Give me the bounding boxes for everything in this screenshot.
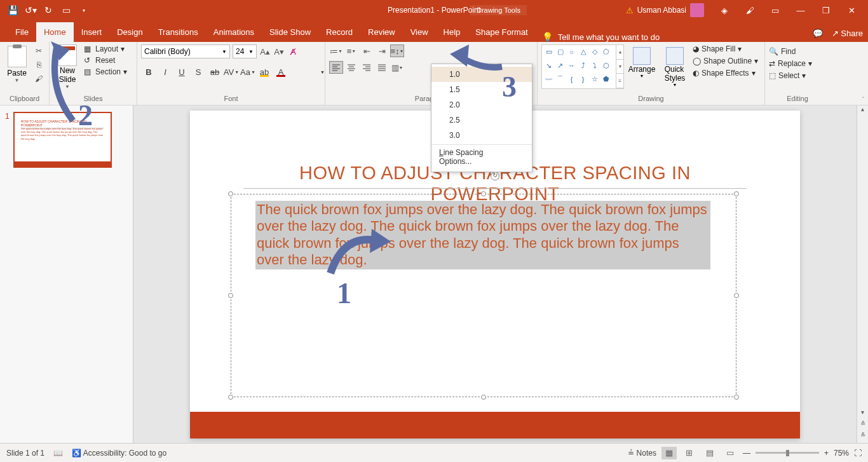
select-button[interactable]: ⬚ Select ▾ xyxy=(769,71,812,80)
character-spacing-button[interactable]: AV▼ xyxy=(224,65,239,79)
font-color-button[interactable]: A▼ xyxy=(273,65,288,79)
quick-styles-button[interactable]: Quick Styles▼ xyxy=(660,44,690,87)
user-account[interactable]: ⚠ Usman Abbasi xyxy=(626,3,704,17)
tab-help[interactable]: Help xyxy=(436,22,468,42)
line-spacing-2-0[interactable]: 2.0 xyxy=(431,97,532,112)
font-name-combobox[interactable]: Calibri (Body)▼ xyxy=(141,44,230,58)
line-spacing-1-0[interactable]: 1.0 xyxy=(431,67,532,82)
clear-formatting-button[interactable]: A̸ xyxy=(287,47,299,57)
resize-handle[interactable] xyxy=(228,191,233,196)
tell-me-search[interactable]: 💡 Tell me what you want to do xyxy=(536,32,666,42)
shape-effects-button[interactable]: ◐ Shape Effects ▾ xyxy=(693,69,758,78)
tab-review[interactable]: Review xyxy=(360,22,403,42)
resize-handle[interactable] xyxy=(734,293,739,298)
redo-button[interactable]: ↻ xyxy=(41,3,56,18)
justify-button[interactable] xyxy=(375,61,389,74)
strikethrough-button[interactable]: ab xyxy=(207,65,222,79)
start-from-beginning-button[interactable]: ▭ xyxy=(58,3,74,18)
increase-indent-button[interactable]: ⇥ xyxy=(375,44,389,57)
zoom-level[interactable]: 75% xyxy=(834,449,849,458)
minimize-button[interactable]: ― xyxy=(789,1,812,20)
resize-handle[interactable] xyxy=(481,191,486,196)
tab-transitions[interactable]: Transitions xyxy=(151,22,206,42)
slideshow-view-button[interactable]: ▭ xyxy=(722,447,738,459)
zoom-in-button[interactable]: + xyxy=(824,449,829,458)
new-slide-button[interactable]: New Slide ▼ xyxy=(53,44,81,90)
collapse-ribbon-button[interactable]: ˆ xyxy=(862,97,864,104)
spell-check-icon[interactable]: 📖 xyxy=(53,449,63,458)
fit-to-window-button[interactable]: ⛶ xyxy=(854,449,862,458)
underline-button[interactable]: U xyxy=(174,65,189,79)
increase-font-size-button[interactable]: A▴ xyxy=(259,47,271,57)
undo-button[interactable]: ↺▾ xyxy=(23,3,38,18)
prev-slide-icon[interactable]: ≙ xyxy=(860,420,865,431)
shape-outline-button[interactable]: ◯ Shape Outline ▾ xyxy=(693,57,758,65)
line-spacing-2-5[interactable]: 2.5 xyxy=(431,112,532,128)
zoom-slider[interactable] xyxy=(756,452,819,454)
vertical-scrollbar[interactable]: ▴ ▾ ≙ ≚ xyxy=(857,105,868,443)
diamond-icon[interactable]: ◈ xyxy=(713,1,736,20)
paste-button[interactable]: Paste ▼ xyxy=(4,44,30,83)
tab-shape-format[interactable]: Shape Format xyxy=(468,22,535,42)
layout-button[interactable]: ▦Layout ▾ xyxy=(84,44,127,53)
align-left-button[interactable] xyxy=(329,61,343,74)
align-center-button[interactable] xyxy=(344,61,358,74)
next-slide-icon[interactable]: ≚ xyxy=(860,431,865,443)
scroll-up-icon[interactable]: ▴ xyxy=(861,105,864,117)
body-text-box[interactable]: The quick brown fox jumps over the lazy … xyxy=(231,194,736,397)
reset-button[interactable]: ↺Reset xyxy=(84,56,127,65)
resize-handle[interactable] xyxy=(734,395,739,400)
decrease-indent-button[interactable]: ⇤ xyxy=(360,44,374,57)
comments-icon[interactable]: 💬 xyxy=(813,29,823,38)
tab-home[interactable]: Home xyxy=(36,22,74,42)
line-spacing-1-5[interactable]: 1.5 xyxy=(431,82,532,97)
resize-handle[interactable] xyxy=(228,395,233,400)
restore-button[interactable]: ❐ xyxy=(815,1,837,20)
tab-slideshow[interactable]: Slide Show xyxy=(262,22,318,42)
replace-button[interactable]: ⇄ Replace ▾ xyxy=(769,59,812,68)
cut-button[interactable]: ✂ xyxy=(32,44,45,57)
bold-button[interactable]: B xyxy=(141,65,156,79)
change-case-button[interactable]: Aa▼ xyxy=(240,65,255,79)
arrange-button[interactable]: Arrange▼ xyxy=(627,44,657,78)
line-spacing-3-0[interactable]: 3.0 xyxy=(431,128,532,143)
resize-handle[interactable] xyxy=(734,191,739,196)
zoom-out-button[interactable]: ― xyxy=(743,449,750,458)
rotate-handle[interactable] xyxy=(491,172,499,180)
line-spacing-options[interactable]: Line Spacing Options... xyxy=(431,144,532,169)
normal-view-button[interactable]: ▦ xyxy=(661,447,677,459)
tab-view[interactable]: View xyxy=(403,22,436,42)
find-button[interactable]: 🔍 Find xyxy=(769,47,812,56)
font-size-combobox[interactable]: 24▼ xyxy=(233,44,257,58)
section-button[interactable]: ▤Section ▾ xyxy=(84,67,127,76)
shadow-button[interactable]: S xyxy=(191,65,206,79)
tab-design[interactable]: Design xyxy=(109,22,150,42)
scroll-down-icon[interactable]: ▾ xyxy=(861,409,864,420)
copy-button[interactable]: ⎘ xyxy=(32,58,45,71)
format-painter-button[interactable]: 🖌 xyxy=(32,72,45,85)
tab-file[interactable]: File xyxy=(8,22,36,42)
accessibility-status[interactable]: ♿ Accessibility: Good to go xyxy=(72,449,166,458)
bullets-button[interactable]: ≔▼ xyxy=(329,44,343,57)
slide-body-text[interactable]: The quick brown fox jumps over the lazy … xyxy=(255,201,710,269)
tab-insert[interactable]: Insert xyxy=(74,22,110,42)
decrease-font-size-button[interactable]: A▾ xyxy=(273,47,285,57)
shape-fill-button[interactable]: ◕ Shape Fill ▾ xyxy=(693,44,758,53)
resize-handle[interactable] xyxy=(228,293,233,298)
share-button[interactable]: ↗ Share xyxy=(832,29,863,38)
save-button[interactable]: 💾 xyxy=(5,3,20,18)
resize-handle[interactable] xyxy=(481,395,486,400)
slide-sorter-view-button[interactable]: ⊞ xyxy=(682,447,697,459)
notes-button[interactable]: ≟ Notes xyxy=(628,449,656,458)
align-right-button[interactable] xyxy=(360,61,374,74)
shapes-gallery[interactable]: ▭▢○△◇⬠ ↘↗↔⤴⤵⬡ 〰⌒{}☆⬟ ▴▾≡ xyxy=(541,44,624,89)
customize-qat-button[interactable]: ▾ xyxy=(76,3,92,18)
highlight-color-button[interactable]: ab▼ xyxy=(257,65,272,79)
columns-button[interactable]: ▥▼ xyxy=(390,61,404,74)
brush-icon[interactable]: 🖌 xyxy=(738,1,761,20)
line-spacing-button[interactable]: ≡↕▼ xyxy=(390,44,404,57)
slide-counter[interactable]: Slide 1 of 1 xyxy=(6,449,44,458)
tab-record[interactable]: Record xyxy=(318,22,360,42)
slide-thumbnail-1[interactable]: HOW TO ADJUST CHARACTER SPACING IN POWER… xyxy=(13,112,112,168)
close-button[interactable]: ✕ xyxy=(840,1,863,20)
